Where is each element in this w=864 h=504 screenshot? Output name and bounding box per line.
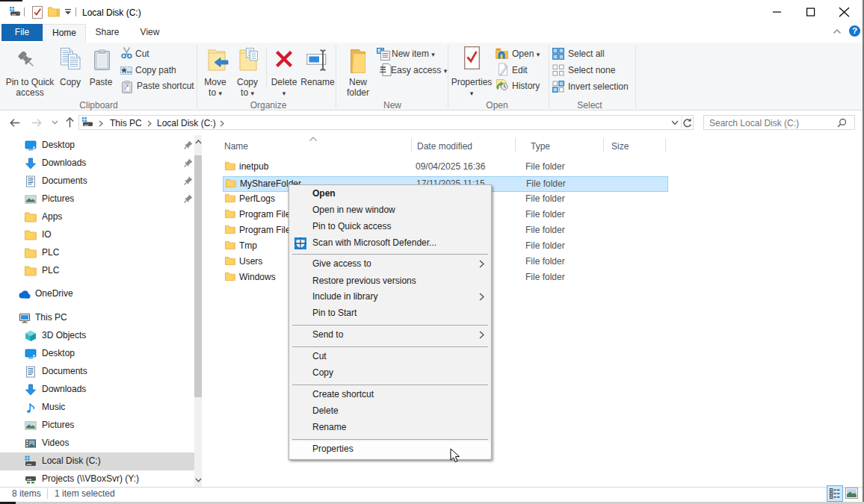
svg-text:?: ? bbox=[852, 25, 857, 36]
